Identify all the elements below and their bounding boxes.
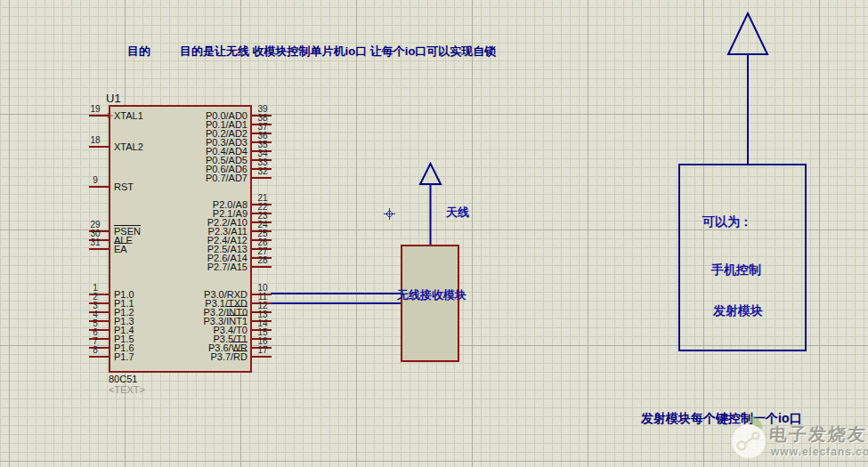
transmitter-option-module: 发射模块 <box>713 303 763 319</box>
chip-refdes: U1 <box>106 92 121 105</box>
pin-number: 9 <box>86 175 104 186</box>
pin-number: 28 <box>254 255 272 266</box>
receiver-antenna-icon[interactable] <box>418 162 442 246</box>
watermark-brand: 电子发烧友 <box>768 423 868 447</box>
chip-part-number: 80C51 <box>109 374 137 384</box>
receiver-module-box[interactable] <box>401 245 459 362</box>
pin-number: 19 <box>86 104 104 115</box>
pin-number: 18 <box>86 135 104 146</box>
pin-label: EA <box>114 244 127 254</box>
pin-9-stub[interactable] <box>89 186 109 188</box>
pin-19-stub[interactable] <box>89 115 109 117</box>
pin-number: 32 <box>254 166 272 177</box>
transmitter-option-phone: 手机控制 <box>711 262 761 278</box>
origin-marker-icon <box>384 208 395 220</box>
pin-label: P2.7/A15 <box>132 262 247 272</box>
pin-31-stub[interactable] <box>89 248 109 250</box>
transmitter-caption: 可以为： <box>702 214 752 230</box>
pin-number: 8 <box>86 345 104 356</box>
receiver-module-label: 无线接收模块 <box>397 287 466 303</box>
wire-txd[interactable] <box>271 302 401 304</box>
pin-32-stub[interactable] <box>252 177 272 179</box>
pin-8-stub[interactable] <box>89 356 109 358</box>
watermark-url: www.elecfans.com <box>771 446 868 458</box>
transmitter-antenna-icon[interactable] <box>726 12 771 165</box>
pin-label: P3.7/RD <box>132 351 247 362</box>
clock-pin-icon: ▷ <box>108 111 113 120</box>
pin-number: 31 <box>86 238 104 248</box>
chip-text-placeholder: <TEXT> <box>109 384 145 395</box>
pin-17-stub[interactable] <box>252 356 272 358</box>
watermark: 电子发烧友 www.elecfans.com <box>730 418 868 467</box>
purpose-text: 目的是让无线 收模块控制单片机io口 让每个io口可以实现自锁 <box>180 44 496 60</box>
wire-rxd[interactable] <box>271 293 401 294</box>
antenna-label: 天线 <box>446 205 469 221</box>
pin-label: RST <box>114 181 134 192</box>
watermark-logo-icon <box>732 424 766 458</box>
transmitter-module-box[interactable] <box>678 164 807 351</box>
pin-18-stub[interactable] <box>89 146 109 148</box>
schematic-sheet[interactable]: 目的 目的是让无线 收模块控制单片机io口 让每个io口可以实现自锁 U1 80… <box>0 0 868 467</box>
pin-28-stub[interactable] <box>252 266 272 268</box>
purpose-label: 目的 <box>127 44 150 60</box>
pin-number: 17 <box>254 345 272 356</box>
pin-label: P0.7/AD7 <box>132 173 247 183</box>
